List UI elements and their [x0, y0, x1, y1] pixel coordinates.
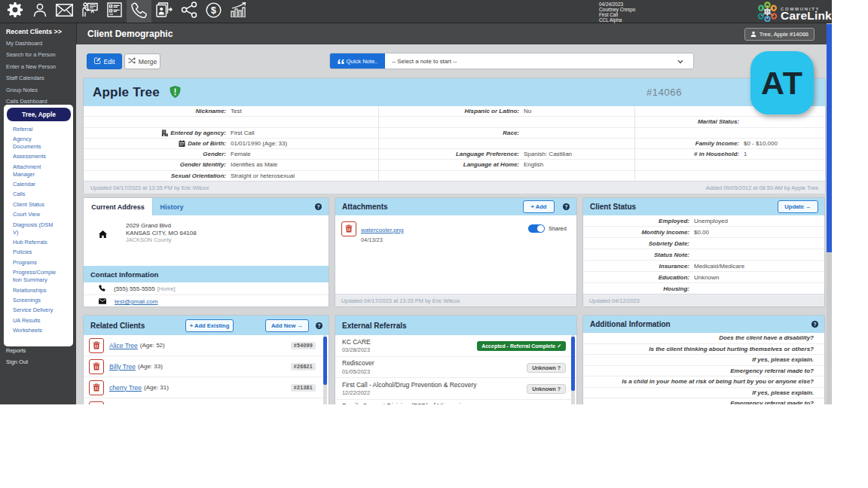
- client-menu-item[interactable]: Attachment Manager: [13, 163, 57, 178]
- field-label: Race:: [503, 130, 519, 136]
- field-value: $0 - $10,000: [739, 140, 778, 147]
- related-client-id-badge: #54099: [291, 342, 316, 349]
- add-new-button[interactable]: Add New →: [265, 319, 309, 332]
- demographic-row: [379, 171, 634, 181]
- sidebar-item[interactable]: Search for a Person: [6, 51, 56, 58]
- topbar-icon-tile[interactable]: [127, 0, 151, 23]
- related-clients-scrollbar[interactable]: [323, 335, 327, 404]
- topbar-icon-tile[interactable]: [151, 0, 176, 23]
- demographics-col-3: Marital Status: Family Income: $0 - $10,…: [635, 106, 825, 181]
- related-client-age: (Age: 33): [138, 363, 163, 370]
- client-menu-item[interactable]: Screenings: [13, 297, 57, 304]
- envelope-icon: [99, 298, 106, 306]
- client-submenu-panel: Tree, Apple Referral Agency Documents As…: [4, 105, 73, 346]
- shared-label: Shared: [549, 225, 567, 232]
- delete-related-client-button[interactable]: [89, 338, 104, 353]
- client-menu-item[interactable]: Policies: [13, 249, 57, 256]
- related-clients-info-icon[interactable]: ?: [316, 322, 322, 329]
- sidebar-item[interactable]: Staff Calendars: [6, 75, 56, 81]
- related-client-link[interactable]: Alice Tree: [109, 342, 138, 349]
- client-menu-item[interactable]: Service Delivery: [13, 307, 57, 314]
- client-menu-item[interactable]: Programs: [13, 259, 57, 267]
- client-menu-item[interactable]: Worksheets: [13, 327, 57, 334]
- client-menu-item[interactable]: Hub Referrals: [13, 239, 57, 246]
- client-menu-item[interactable]: Calls: [13, 191, 57, 198]
- shield-icon[interactable]: [170, 86, 181, 101]
- field-value: No: [519, 108, 531, 114]
- client-menu-item[interactable]: Assessments: [13, 153, 57, 160]
- client-menu-item[interactable]: Progress/Completion Summary: [13, 269, 57, 284]
- field-value: English: [519, 161, 543, 168]
- sidebar-active-client[interactable]: Tree, Apple: [7, 108, 71, 121]
- client-menu-item[interactable]: Calendar: [13, 181, 57, 188]
- delete-related-client-button[interactable]: [89, 359, 104, 374]
- page-scrollbar-thumb[interactable]: [827, 24, 832, 252]
- field-label-cell: Hispanic or Latino:: [379, 108, 519, 114]
- related-client-link[interactable]: Billy Tree: [109, 363, 136, 371]
- topbar-icon-tile[interactable]: [52, 0, 77, 23]
- tab-history[interactable]: History: [153, 198, 191, 215]
- referral-row: Family Support Division (FSD) of Missour…: [335, 400, 576, 405]
- additional-information-info-icon[interactable]: ?: [811, 321, 818, 328]
- attachment-link[interactable]: watercooler.png: [361, 227, 403, 233]
- pencil-icon: [94, 57, 101, 66]
- page-scrollbar[interactable]: [827, 23, 832, 404]
- add-attachment-button[interactable]: + Add: [523, 200, 555, 213]
- update-status-button[interactable]: Update →: [778, 200, 818, 213]
- delete-related-client-button[interactable]: [89, 401, 104, 405]
- field-value: 01/01/1990 (Age: 33): [226, 140, 287, 147]
- client-menu-item[interactable]: Relationships: [13, 287, 57, 294]
- topbar-icon-tile[interactable]: $: [201, 0, 226, 23]
- client-menu-item[interactable]: Court View: [13, 211, 57, 218]
- sidebar-item[interactable]: Group Notes: [6, 87, 56, 93]
- external-referrals-scrollbar[interactable]: [571, 335, 575, 404]
- external-referrals-scrollbar-thumb[interactable]: [571, 337, 575, 391]
- topbar-icon-tile[interactable]: [176, 0, 201, 23]
- address-info-icon[interactable]: ?: [315, 203, 322, 210]
- client-status-panel: Client Status Update → Employed: Unemplo…: [582, 197, 825, 307]
- sidebar-item[interactable]: Calls Dashboard: [6, 98, 56, 105]
- recent-clients-header[interactable]: Recent Clients >>: [6, 28, 62, 35]
- shared-toggle[interactable]: [528, 224, 545, 233]
- note-select[interactable]: -- Select a note to start --: [385, 53, 693, 69]
- delete-attachment-button[interactable]: [341, 221, 356, 236]
- demographic-row: Nickname: Test: [84, 106, 378, 117]
- related-clients-scrollbar-thumb[interactable]: [323, 337, 327, 385]
- merge-button[interactable]: Merge: [124, 53, 160, 69]
- client-menu-item[interactable]: Client Status: [13, 201, 57, 209]
- related-clients-panel: Related Clients + Add Existing Add New →…: [83, 315, 329, 404]
- field-label: Family Income:: [695, 140, 739, 147]
- email-link[interactable]: test@gmail.com: [115, 298, 157, 305]
- tab-current-address[interactable]: Current Address: [84, 198, 153, 215]
- topbar-icon-tile[interactable]: [102, 0, 127, 23]
- topbar-icon-tile[interactable]: [27, 0, 52, 23]
- client-menu-item[interactable]: UA Results: [13, 317, 57, 325]
- edit-button[interactable]: Edit: [87, 53, 122, 69]
- demographic-row: [635, 171, 825, 181]
- topbar-icon-tile[interactable]: [77, 0, 102, 23]
- topbar-icon-tile[interactable]: [2, 0, 27, 23]
- topbar-icon-tile[interactable]: [226, 0, 251, 23]
- shared-toggle-group: Shared: [528, 224, 567, 233]
- demographic-row: [84, 117, 378, 127]
- current-client-button[interactable]: Tree, Apple #14066: [744, 28, 815, 41]
- add-existing-button[interactable]: + Add Existing: [185, 319, 234, 332]
- attachments-info-icon[interactable]: ?: [563, 203, 570, 210]
- sidebar-nav: My Dashboard Search for a Person Enter a…: [6, 40, 56, 109]
- quick-note-button[interactable]: Quick Note..: [330, 53, 385, 69]
- sidebar-item[interactable]: My Dashboard: [6, 40, 56, 47]
- related-client-link[interactable]: cherry Tree: [109, 384, 142, 392]
- field-label: Date of Birth:: [188, 140, 226, 147]
- sidebar-item[interactable]: Enter a New Person: [6, 63, 56, 70]
- page-title: Client Demographic: [87, 29, 173, 39]
- phone-number: (555) 555-5555: [114, 285, 155, 292]
- delete-related-client-button[interactable]: [89, 380, 104, 395]
- related-clients-title: Related Clients: [90, 322, 145, 330]
- client-menu-item[interactable]: Agency Documents: [13, 136, 57, 151]
- sidebar-footer-item[interactable]: Sign Out: [6, 358, 28, 365]
- client-name: Apple Tree: [93, 85, 160, 100]
- client-menu-item[interactable]: Referral: [13, 126, 57, 133]
- sidebar-footer-item[interactable]: Reports: [6, 347, 28, 354]
- demographic-row: Marital Status:: [635, 117, 825, 127]
- client-menu-item[interactable]: Diagnosis (DSM V): [13, 221, 57, 236]
